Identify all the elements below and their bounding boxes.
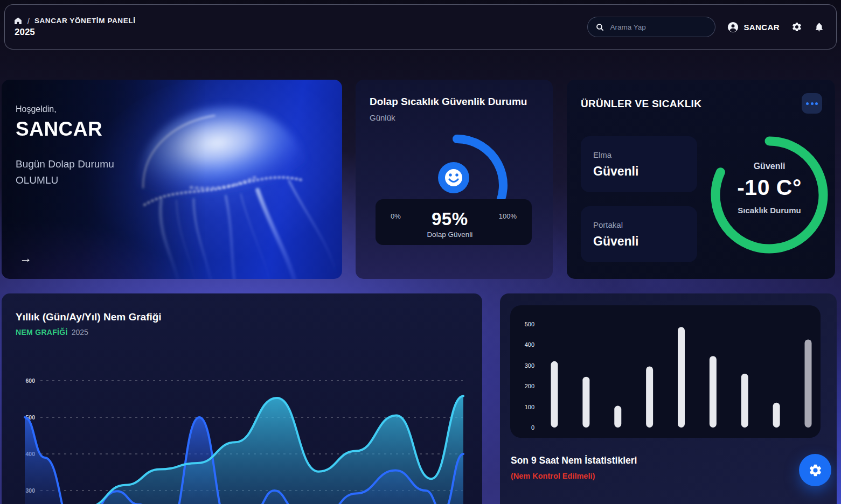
humidity-area-chart: 600500400300 <box>2 293 482 504</box>
bar-7 <box>741 374 748 428</box>
humidity-stats-card: 5004003002001000 Son 9 Saat Nem İstatist… <box>500 293 837 504</box>
bar-4 <box>646 366 653 428</box>
bar-8 <box>773 403 780 428</box>
svg-text:100: 100 <box>525 404 534 410</box>
welcome-user-name: SANCAR <box>16 118 114 141</box>
safety-stat-panel: 0% 95% Dolap Güvenli 100% <box>376 199 532 245</box>
welcome-arrow-icon[interactable]: → <box>19 251 32 265</box>
product-status: Güvenli <box>593 234 697 249</box>
svg-text:400: 400 <box>525 341 534 348</box>
products-card-title: ÜRÜNLER VE SICAKLIK <box>581 98 701 110</box>
user-name: SANCAR <box>743 23 780 32</box>
breadcrumb-title: SANCAR YÖNETİM PANELİ <box>34 17 136 25</box>
gauge-min-label: 0% <box>391 212 401 220</box>
welcome-greeting: Hoşgeldin, <box>16 104 114 114</box>
products-temperature-card: ÜRÜNLER VE SICAKLIK Elma Güvenli Portaka… <box>567 80 835 279</box>
temperature-value: -10 C° <box>710 175 829 200</box>
bar-1 <box>551 361 558 428</box>
gauge-status-label: Dolap Güvenli <box>427 230 472 239</box>
svg-text:0: 0 <box>531 424 534 431</box>
more-options-button[interactable] <box>802 93 822 114</box>
bar-2 <box>582 377 589 428</box>
welcome-card: Hoşgeldin, SANCAR Bugün Dolap Durumu OLU… <box>2 80 342 279</box>
user-menu[interactable]: SANCAR <box>727 22 780 33</box>
breadcrumb: / SANCAR YÖNETİM PANELİ 2025 <box>13 16 136 38</box>
svg-text:600: 600 <box>25 377 35 384</box>
product-item-elma: Elma Güvenli <box>581 136 697 192</box>
breadcrumb-year: 2025 <box>13 27 136 38</box>
product-name: Elma <box>593 150 697 159</box>
home-icon[interactable] <box>13 16 23 25</box>
bar-9 <box>805 339 812 428</box>
safety-card-subtitle: Günlük <box>370 113 395 122</box>
bar-3 <box>614 406 621 428</box>
temperature-label: Sıcaklık Durumu <box>710 206 829 215</box>
humidity-chart-year: 2025 <box>72 328 88 337</box>
svg-text:300: 300 <box>525 362 534 369</box>
product-item-portakal: Portakal Güvenli <box>581 206 697 262</box>
safety-gauge-card: Dolap Sıcaklık Güvenlik Durumu Günlük 0%… <box>356 80 553 279</box>
notifications-bell-icon[interactable] <box>814 22 824 32</box>
settings-fab-button[interactable] <box>799 454 831 486</box>
smiley-icon <box>438 162 469 193</box>
search-icon <box>595 23 604 32</box>
safety-card-title: Dolap Sıcaklık Güvenlik Durumu <box>370 96 527 108</box>
temperature-status: Güvenli <box>710 162 829 171</box>
breadcrumb-separator: / <box>27 17 30 25</box>
welcome-status-line1: Bugün Dolap Durumu <box>16 158 114 170</box>
top-bar: / SANCAR YÖNETİM PANELİ 2025 SANCAR <box>4 4 837 50</box>
search-input[interactable] <box>610 23 696 31</box>
humidity-chart-title: Yıllık (Gün/Ay/Yıl) Nem Grafiği <box>16 311 162 323</box>
search-box[interactable] <box>587 17 715 37</box>
product-status: Güvenli <box>593 164 697 179</box>
gauge-percent-value: 95% <box>427 209 472 229</box>
gear-icon <box>808 463 823 478</box>
dashboard-root: / SANCAR YÖNETİM PANELİ 2025 SANCAR <box>0 0 841 504</box>
product-name: Portakal <box>593 220 697 229</box>
humidity-chart-card: 600500400300 Yıllık (Gün/Ay/Yıl) Nem Gra… <box>2 293 482 504</box>
user-avatar-icon <box>727 22 739 33</box>
humidity-bar-chart: 5004003002001000 <box>510 305 821 438</box>
stats-card-warning: (Nem Kontrol Edilmeli) <box>511 472 595 480</box>
settings-gear-icon[interactable] <box>791 22 802 32</box>
bar-5 <box>678 327 685 428</box>
svg-text:500: 500 <box>525 321 534 327</box>
stats-card-title: Son 9 Saat Nem İstatistikleri <box>511 455 637 466</box>
gauge-max-label: 100% <box>499 212 517 220</box>
welcome-status-line2: OLUMLU <box>16 174 114 186</box>
bar-6 <box>710 356 717 428</box>
bar-chart-panel: 5004003002001000 <box>510 305 821 438</box>
svg-text:200: 200 <box>525 383 534 389</box>
humidity-chart-tag: NEM GRAFİĞİ <box>16 328 68 337</box>
